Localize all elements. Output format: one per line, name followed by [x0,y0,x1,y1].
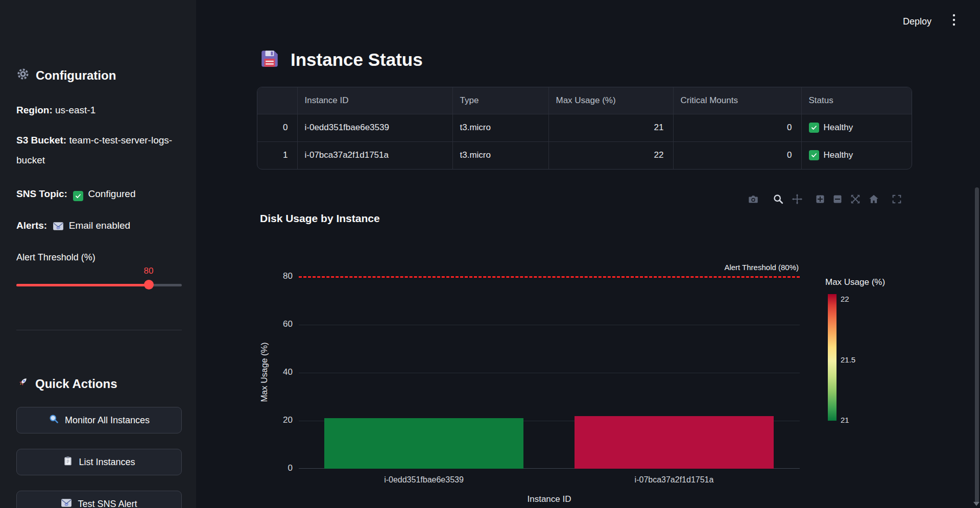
alert-threshold-slider[interactable] [16,284,182,286]
table-row: 0 i-0edd351fbae6e3539 t3.micro 21 0 Heal… [257,114,912,141]
threshold-annotation: Alert Threshold (80%) [724,263,799,272]
chart-title: Disk Usage by Instance [260,212,380,225]
plot-area: Alert Threshold (80%) [299,277,800,469]
cell-type: t3.micro [452,141,548,169]
alert-threshold-label: Alert Threshold (%) [16,252,95,263]
check-icon [809,150,819,160]
bar-i-0edd351fbae6e3539[interactable] [324,418,523,469]
y-tick-40: 40 [269,367,293,377]
alerts-value: Email enabled [69,220,130,231]
threshold-line [299,276,800,278]
colorbar-tick-mid: 21.5 [841,355,855,364]
sidebar-divider [16,330,182,330]
y-axis-title: Max Usage (%) [259,336,270,408]
x-tick-instance-0: i-0edd351fbae6e3539 [324,475,523,485]
gear-icon [16,67,30,84]
cell-index: 1 [257,141,297,169]
check-icon [73,191,83,201]
status-text: Healthy [824,150,853,160]
cell-type: t3.micro [452,114,548,141]
quick-actions-heading-label: Quick Actions [35,377,117,391]
check-icon [809,123,819,133]
y-tick-80: 80 [269,271,293,281]
colorbar [828,294,836,421]
x-tick-instance-1: i-07bca37a2f1d1751a [575,475,774,485]
slider-thumb[interactable] [144,280,154,289]
region-value: us-east-1 [55,105,95,115]
s3-bucket-row: S3 Bucket: team-c-test-server-logs-bucke… [16,130,185,170]
col-instance-id[interactable]: Instance ID [297,87,452,114]
list-instances-button[interactable]: List Instances [16,449,182,475]
configuration-heading: Configuration [16,67,116,84]
slider-fill [16,284,149,286]
colorbar-tick-min: 21 [841,416,849,424]
instance-table[interactable]: Instance ID Type Max Usage (%) Critical … [257,87,912,170]
status-text: Healthy [824,123,853,133]
camera-icon[interactable] [748,193,759,205]
test-sns-alert-label: Test SNS Alert [78,499,137,508]
zoom-out-icon[interactable] [832,194,843,204]
home-icon[interactable] [868,193,879,205]
colorbar-tick-max: 22 [841,295,849,303]
monitor-all-instances-button[interactable]: Monitor All Instances [16,407,182,433]
col-type[interactable]: Type [452,87,548,114]
y-tick-20: 20 [269,415,293,425]
alerts-row: Alerts: @ Email enabled [16,215,185,235]
fullscreen-icon[interactable] [891,193,902,205]
bar-i-07bca37a2f1d1751a[interactable] [575,416,774,469]
zoom-icon[interactable] [773,193,784,205]
table-header-row: Instance ID Type Max Usage (%) Critical … [257,87,912,114]
cell-max-usage: 22 [548,141,673,169]
svg-text:@: @ [56,225,60,230]
y-tick-0: 0 [269,463,293,473]
page-title: Instance Status [259,48,423,71]
col-index[interactable] [257,87,297,114]
s3-bucket-label: S3 Bucket: [16,135,66,146]
colorbar-title: Max Usage (%) [825,277,885,287]
zoom-in-icon[interactable] [815,194,825,204]
cell-critical-mounts: 0 [673,141,801,169]
page-title-label: Instance Status [291,50,423,70]
table-row: 1 i-07bca37a2f1d1751a t3.micro 22 0 Heal… [257,141,912,169]
monitor-all-instances-label: Monitor All Instances [65,415,150,426]
svg-text:@: @ [64,501,68,506]
sns-topic-row: SNS Topic: Configured [16,184,185,204]
floppy-disk-icon [259,48,280,71]
y-tick-60: 60 [269,319,293,329]
list-instances-label: List Instances [79,457,135,468]
email-icon: @ [53,222,64,231]
email-icon: @ [61,498,72,508]
cell-status: Healthy [801,114,912,141]
sns-topic-value: Configured [88,188,136,199]
kebab-menu-icon[interactable] [952,13,956,29]
x-axis-title: Instance ID [299,494,800,504]
deploy-button[interactable]: Deploy [903,16,931,27]
test-sns-alert-button[interactable]: @ Test SNS Alert [16,491,182,508]
cell-critical-mounts: 0 [673,114,801,141]
cell-instance-id: i-0edd351fbae6e3539 [297,114,452,141]
pan-icon[interactable] [792,193,803,205]
plotly-modebar [748,193,902,205]
configuration-heading-label: Configuration [36,68,116,83]
region-row: Region: us-east-1 [16,100,185,120]
cell-index: 0 [257,114,297,141]
autoscale-icon[interactable] [850,193,861,205]
region-label: Region: [16,105,53,115]
gridline-40 [299,373,800,373]
col-critical-mounts[interactable]: Critical Mounts [673,87,801,114]
cell-instance-id: i-07bca37a2f1d1751a [297,141,452,169]
cell-max-usage: 21 [548,114,673,141]
slider-value: 80 [138,266,159,276]
col-max-usage[interactable]: Max Usage (%) [548,87,673,114]
clipboard-icon [63,456,73,469]
app-root: Configuration Region: us-east-1 S3 Bucke… [0,0,980,508]
col-status[interactable]: Status [801,87,912,114]
rocket-icon [16,376,29,392]
cell-status: Healthy [801,141,912,169]
quick-actions-heading: Quick Actions [16,376,117,392]
sidebar: Configuration Region: us-east-1 S3 Bucke… [0,0,196,508]
scroll-down-arrow[interactable] [973,502,979,506]
scrollbar-thumb[interactable] [975,187,979,503]
gridline-60 [299,325,800,325]
search-icon [49,414,59,427]
